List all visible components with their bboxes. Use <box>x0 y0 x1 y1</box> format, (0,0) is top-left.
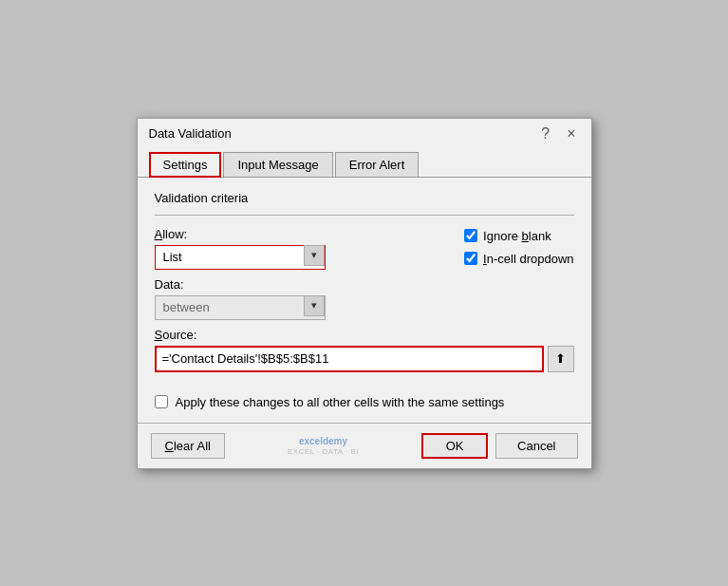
title-bar-left: Data Validation <box>149 126 232 141</box>
incell-dropdown-row: In-cell dropdown <box>464 252 573 266</box>
data-left: Data: between <box>155 277 574 320</box>
ok-button[interactable]: OK <box>421 433 488 459</box>
cancel-button[interactable]: Cancel <box>495 433 577 459</box>
section-title: Validation criteria <box>155 191 574 205</box>
footer-right: OK Cancel <box>421 433 577 459</box>
help-button[interactable]: ? <box>537 126 553 142</box>
allow-left: Allow: List <box>155 227 465 270</box>
dialog-title: Data Validation <box>149 126 232 141</box>
section-divider <box>155 215 574 216</box>
tab-input-message[interactable]: Input Message <box>223 152 332 178</box>
tabs-container: Settings Input Message Error Alert <box>138 145 591 177</box>
incell-dropdown-label: In-cell dropdown <box>483 252 573 266</box>
source-input[interactable] <box>155 346 544 372</box>
data-dropdown-arrow[interactable] <box>304 295 325 316</box>
allow-row: Allow: List Ignore blank In-cell dropdow… <box>155 227 574 270</box>
apply-checkbox[interactable] <box>155 395 168 408</box>
ignore-blank-label: Ignore blank <box>483 229 551 243</box>
dialog-body: Validation criteria Allow: List Ignore b… <box>138 177 591 423</box>
upload-button[interactable]: ⬆ <box>548 346 574 372</box>
data-row: Data: between <box>155 277 574 320</box>
allow-label: Allow: <box>155 227 465 241</box>
source-row: ⬆ <box>155 346 574 372</box>
data-select-value: between <box>159 298 321 316</box>
watermark-sub: EXCEL · DATA · BI <box>288 447 359 456</box>
data-select-wrapper[interactable]: between <box>155 295 326 320</box>
allow-select-wrapper[interactable]: List <box>155 245 326 270</box>
title-bar: Data Validation ? × <box>138 119 591 145</box>
data-label: Data: <box>155 277 574 292</box>
ignore-blank-checkbox[interactable] <box>464 229 477 242</box>
allow-dropdown-arrow[interactable] <box>304 245 325 266</box>
ignore-blank-row: Ignore blank <box>464 229 573 243</box>
source-label: Source: <box>155 328 574 342</box>
allow-select-value: List <box>159 248 321 266</box>
tab-settings[interactable]: Settings <box>149 152 222 178</box>
dialog-footer: Clear All exceldemy EXCEL · DATA · BI OK… <box>138 423 591 468</box>
tab-error-alert[interactable]: Error Alert <box>335 152 420 178</box>
apply-row: Apply these changes to all other cells w… <box>155 395 574 409</box>
clear-all-button[interactable]: Clear All <box>151 433 225 459</box>
watermark-logo: exceldemy <box>299 436 347 446</box>
apply-label: Apply these changes to all other cells w… <box>176 395 505 409</box>
upload-icon: ⬆ <box>555 351 566 366</box>
title-bar-right: ? × <box>537 126 579 142</box>
watermark: exceldemy EXCEL · DATA · BI <box>288 436 359 456</box>
data-validation-dialog: Data Validation ? × Settings Input Messa… <box>137 118 592 469</box>
source-section: Source: ⬆ <box>155 328 574 372</box>
footer-left: Clear All <box>151 433 225 459</box>
checkboxes-right: Ignore blank In-cell dropdown <box>464 227 573 270</box>
close-button[interactable]: × <box>563 126 579 142</box>
incell-dropdown-checkbox[interactable] <box>464 252 477 265</box>
clear-all-label: lear All <box>174 439 211 453</box>
